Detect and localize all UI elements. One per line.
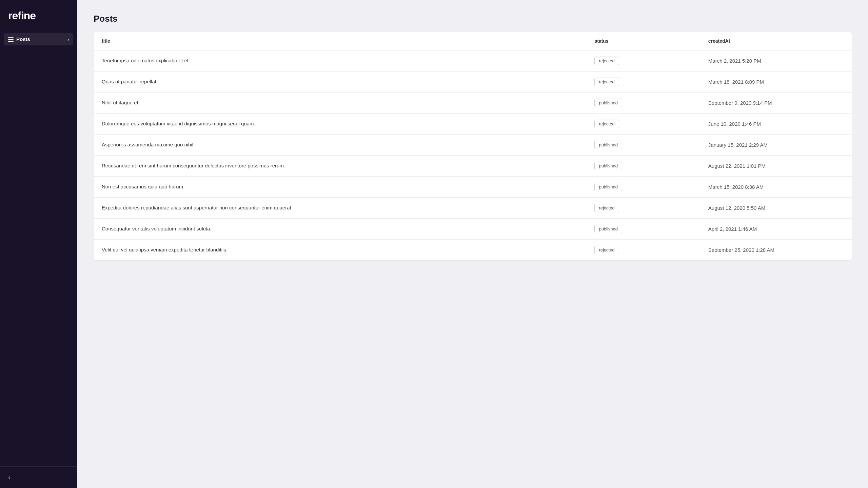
cell-title: Tenetur ipsa odio natus explicabo et et. [94, 50, 586, 72]
cell-status: rejected [586, 50, 700, 72]
table-row: Nihil ut itaque et.publishedSeptember 9,… [94, 93, 852, 114]
main-content: Posts title status createdAt Tenetur ips… [77, 0, 868, 488]
sidebar: refine Posts › ‹ [0, 0, 77, 488]
cell-title: Asperiores assumenda maxime quo nihil. [94, 135, 586, 156]
table-row: Non est accusamus quia quo harum.publish… [94, 177, 852, 198]
status-badge: published [594, 99, 622, 107]
sidebar-nav: Posts › [0, 33, 77, 466]
cell-createdat: April 2, 2021 1:46 AM [700, 219, 852, 240]
cell-title: Expedita dolores repudiandae alias sunt … [94, 198, 586, 219]
chevron-right-icon: › [67, 36, 69, 42]
col-header-status: status [586, 32, 700, 50]
header-row: title status createdAt [94, 32, 852, 50]
back-button[interactable]: ‹ [8, 473, 69, 481]
table-row: Velit qui vel quia ipsa veniam expedita … [94, 240, 852, 261]
cell-createdat: August 12, 2020 5:50 AM [700, 198, 852, 219]
cell-createdat: September 9, 2020 9:14 PM [700, 93, 852, 114]
cell-title: Recusandae ut rem sint harum consequuntu… [94, 156, 586, 177]
cell-status: rejected [586, 240, 700, 261]
cell-createdat: March 2, 2021 5:20 PM [700, 50, 852, 72]
posts-table: title status createdAt Tenetur ipsa odio… [94, 32, 852, 260]
cell-createdat: August 22, 2021 1:01 PM [700, 156, 852, 177]
cell-title: Non est accusamus quia quo harum. [94, 177, 586, 198]
cell-createdat: September 25, 2020 1:28 AM [700, 240, 852, 261]
sidebar-item-posts[interactable]: Posts › [4, 33, 73, 45]
table-body: Tenetur ipsa odio natus explicabo et et.… [94, 50, 852, 260]
sidebar-bottom: ‹ [0, 466, 77, 488]
table-header: title status createdAt [94, 32, 852, 50]
status-badge: rejected [594, 120, 619, 128]
logo-area: refine [0, 0, 77, 33]
app-logo: refine [8, 9, 69, 22]
posts-nav-icon-group: Posts [8, 36, 30, 42]
cell-status: published [586, 177, 700, 198]
table-row: Recusandae ut rem sint harum consequuntu… [94, 156, 852, 177]
cell-status: rejected [586, 72, 700, 93]
cell-title: Nihil ut itaque et. [94, 93, 586, 114]
cell-status: published [586, 156, 700, 177]
status-badge: published [594, 162, 622, 170]
status-badge: published [594, 141, 622, 149]
cell-createdat: January 15, 2021 2:29 AM [700, 135, 852, 156]
table-row: Consequatur veritatis voluptatum incidun… [94, 219, 852, 240]
hamburger-icon [8, 37, 14, 42]
status-badge: rejected [594, 57, 619, 65]
col-header-title: title [94, 32, 586, 50]
status-badge: published [594, 225, 622, 233]
table-row: Expedita dolores repudiandae alias sunt … [94, 198, 852, 219]
cell-createdat: March 15, 2020 8:38 AM [700, 177, 852, 198]
cell-status: published [586, 219, 700, 240]
cell-title: Velit qui vel quia ipsa veniam expedita … [94, 240, 586, 261]
page-title: Posts [94, 14, 852, 24]
table-row: Quas ut pariatur repellat.rejectedMarch … [94, 72, 852, 93]
posts-nav-label: Posts [16, 36, 30, 42]
status-badge: rejected [594, 204, 619, 212]
status-badge: rejected [594, 246, 619, 254]
cell-createdat: June 10, 2020 1:46 PM [700, 114, 852, 135]
cell-status: published [586, 135, 700, 156]
cell-status: published [586, 93, 700, 114]
table-row: Doloremque eos voluptatum vitae id digni… [94, 114, 852, 135]
posts-table-container: title status createdAt Tenetur ipsa odio… [94, 32, 852, 260]
cell-title: Quas ut pariatur repellat. [94, 72, 586, 93]
col-header-createdat: createdAt [700, 32, 852, 50]
cell-title: Doloremque eos voluptatum vitae id digni… [94, 114, 586, 135]
cell-createdat: March 18, 2021 8:09 PM [700, 72, 852, 93]
table-row: Tenetur ipsa odio natus explicabo et et.… [94, 50, 852, 72]
status-badge: rejected [594, 78, 619, 86]
table-row: Asperiores assumenda maxime quo nihil.pu… [94, 135, 852, 156]
cell-status: rejected [586, 114, 700, 135]
cell-title: Consequatur veritatis voluptatum incidun… [94, 219, 586, 240]
cell-status: rejected [586, 198, 700, 219]
status-badge: published [594, 183, 622, 191]
